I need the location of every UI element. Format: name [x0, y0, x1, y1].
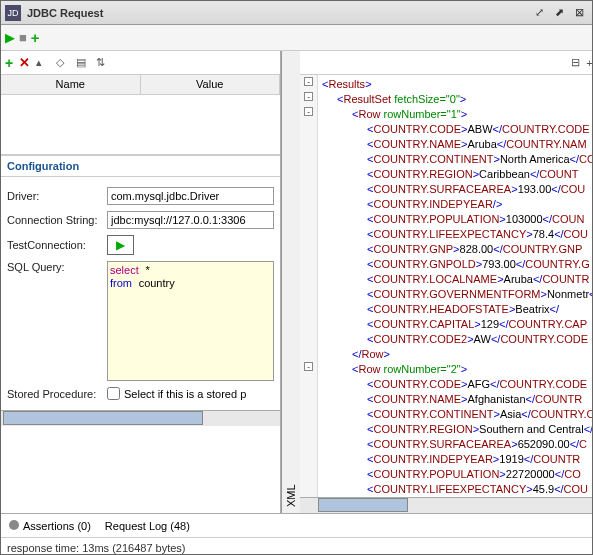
- stored-label: Stored Procedure:: [7, 388, 107, 400]
- left-hscroll[interactable]: [1, 410, 280, 426]
- tab-xml[interactable]: XML: [281, 51, 300, 513]
- titlebar: JD JDBC Request ⤢ ⬈ ⊠: [1, 1, 592, 25]
- sql-query-input[interactable]: select * from country: [107, 261, 274, 381]
- conn-label: Connection String:: [7, 214, 107, 226]
- request-log-tab[interactable]: Request Log (48): [105, 520, 190, 532]
- params-header: Name Value: [1, 75, 280, 95]
- xml-viewer[interactable]: - - - - <Results><ResultSet fetchSize="0…: [300, 75, 592, 497]
- add-button[interactable]: +: [31, 29, 40, 46]
- close-icon[interactable]: ⊠: [570, 4, 588, 22]
- fold-icon[interactable]: -: [304, 362, 313, 371]
- add-xml-icon[interactable]: +: [586, 57, 592, 69]
- config-form: Driver: Connection String: TestConnectio…: [1, 177, 280, 410]
- assertions-tab[interactable]: Assertions (0): [9, 520, 91, 532]
- list-icon[interactable]: ▤: [76, 56, 90, 70]
- sql-label: SQL Query:: [7, 261, 107, 273]
- sort-icon[interactable]: ⇅: [96, 56, 110, 70]
- right-pane: XML ⊟ + ? - - - - <Results><ResultSet fe…: [281, 51, 592, 513]
- col-name: Name: [1, 75, 141, 94]
- run-button[interactable]: ▶: [5, 30, 15, 45]
- config-header: Configuration: [1, 155, 280, 177]
- up-icon[interactable]: ▴: [36, 56, 50, 70]
- jdbc-icon: JD: [5, 5, 21, 21]
- fold-icon[interactable]: -: [304, 77, 313, 86]
- params-toolbar: + ✕ ▴ ◇ ▤ ⇅: [1, 51, 280, 75]
- test-label: TestConnection:: [7, 239, 107, 251]
- test-connection-button[interactable]: ▶: [107, 235, 134, 255]
- left-pane: + ✕ ▴ ◇ ▤ ⇅ Name Value Configuration Dri…: [1, 51, 281, 513]
- maximize-icon[interactable]: ⬈: [550, 4, 568, 22]
- minimize-icon[interactable]: ⤢: [530, 4, 548, 22]
- status-bar: response time: 13ms (216487 bytes): [1, 537, 592, 555]
- fold-icon[interactable]: -: [304, 92, 313, 101]
- driver-input[interactable]: [107, 187, 274, 205]
- footer-tabs: Assertions (0) Request Log (48): [1, 513, 592, 537]
- xml-toolbar: ⊟ + ?: [300, 51, 592, 75]
- col-value: Value: [141, 75, 281, 94]
- conn-input[interactable]: [107, 211, 274, 229]
- stored-text: Select if this is a stored p: [124, 388, 246, 400]
- right-hscroll[interactable]: [300, 497, 592, 513]
- remove-param-button[interactable]: ✕: [19, 55, 30, 70]
- stored-checkbox[interactable]: [107, 387, 120, 400]
- stop-button: ■: [19, 30, 27, 45]
- eraser-icon[interactable]: ◇: [56, 56, 70, 70]
- driver-label: Driver:: [7, 190, 107, 202]
- split-icon[interactable]: ⊟: [571, 56, 580, 69]
- fold-icon[interactable]: -: [304, 107, 313, 116]
- params-body[interactable]: [1, 95, 280, 155]
- status-text: response time: 13ms (216487 bytes): [7, 542, 186, 554]
- main-toolbar: ▶ ■ +: [1, 25, 592, 51]
- window-title: JDBC Request: [27, 7, 528, 19]
- add-param-button[interactable]: +: [5, 55, 13, 71]
